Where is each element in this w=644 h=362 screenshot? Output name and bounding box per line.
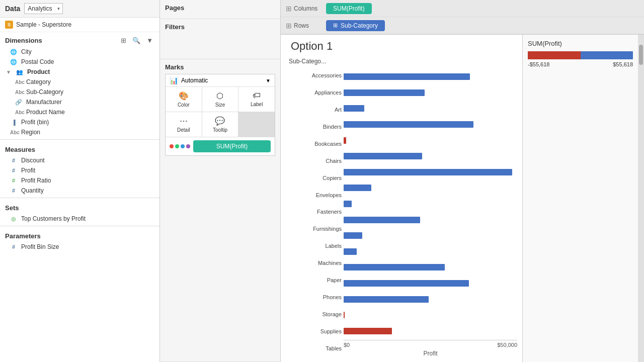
analytics-select[interactable]: Analytics — [24, 3, 63, 14]
bar-row-appliances — [344, 85, 517, 101]
y-label-fasteners: Fasteners — [286, 204, 342, 221]
bar-row-tables — [344, 323, 517, 339]
data-header: Data Analytics — [0, 0, 159, 18]
dim-product-name-label: Product Name — [26, 109, 65, 116]
measure-profit[interactable]: # Profit — [0, 165, 159, 175]
shelf-area: ⊞ Columns SUM(Profit) ⊞ Rows ⊞ Sub-Categ… — [281, 0, 644, 35]
color-dot-red — [170, 144, 174, 148]
dim-manufacturer-label: Manufacturer — [26, 99, 62, 106]
bar-labels — [344, 232, 362, 239]
marks-color-btn[interactable]: 🎨 Color — [166, 87, 202, 112]
legend-neg-value: -$55,618 — [528, 61, 549, 67]
y-label-paper: Paper — [286, 272, 342, 289]
y-label-envelopes: Envelopes — [286, 187, 342, 204]
filters-section: Filters — [160, 19, 280, 59]
bar-row-storage — [344, 291, 517, 307]
dim-sub-category[interactable]: Abc Sub-Category — [0, 87, 159, 97]
y-label-appliances: Appliances — [286, 84, 342, 101]
marks-type-row[interactable]: 📊 Automatic ▼ — [166, 74, 275, 87]
dim-product-group[interactable]: ▼ 👥 Product — [0, 67, 159, 77]
dim-product-name[interactable]: Abc Product Name — [0, 107, 159, 117]
legend-bar-positive — [581, 51, 633, 59]
x-axis-label-0: $0 — [344, 342, 350, 348]
viz-area: Option 1 Sub-Catego... AccessoriesApplia… — [281, 35, 644, 362]
dim-region[interactable]: Abc Region — [0, 127, 159, 137]
sum-profit-pill[interactable]: SUM(Profit) — [193, 140, 271, 152]
bar-fasteners — [344, 201, 352, 207]
dim-category[interactable]: Abc Category — [0, 77, 159, 87]
measure-quantity[interactable]: # Quantity — [0, 186, 159, 196]
bar-appliances — [344, 89, 425, 96]
marks-detail-label: Detail — [177, 127, 190, 133]
tooltip-icon: 💬 — [215, 116, 225, 126]
bar-copiers — [344, 169, 512, 175]
dim-category-label: Category — [26, 78, 51, 85]
data-tab[interactable]: Data — [5, 5, 20, 13]
bar-bookcases — [344, 137, 346, 144]
size-icon: ⬡ — [216, 91, 223, 101]
left-panel: Data Analytics S Sample - Superstore Dim… — [0, 0, 160, 362]
dimensions-grid-icon[interactable]: ⊞ — [119, 36, 128, 45]
dim-profit-bin[interactable]: ▐ Profit (bin) — [0, 117, 159, 127]
parameters-header: Parameters — [0, 228, 159, 242]
marks-label-label: Label — [251, 102, 263, 107]
y-label-copiers: Copiers — [286, 169, 342, 187]
analytics-dropdown-wrapper[interactable]: Analytics — [24, 3, 63, 14]
color-dot-green — [175, 144, 179, 148]
bar-icon-profit-bin: ▐ — [10, 120, 17, 125]
right-area: ⊞ Columns SUM(Profit) ⊞ Rows ⊞ Sub-Categ… — [281, 0, 644, 362]
y-label-tables: Tables — [286, 340, 342, 357]
bar-art — [344, 105, 364, 112]
dim-product-label: Product — [27, 68, 50, 75]
bar-row-accessories — [344, 69, 517, 85]
measure-discount[interactable]: # Discount — [0, 155, 159, 165]
marks-size-label: Size — [215, 102, 225, 108]
measure-profit-ratio-label: Profit Ratio — [21, 177, 51, 184]
set-top-customers-label: Top Customers by Profit — [21, 215, 86, 222]
x-axis-label-1: $50,000 — [497, 342, 517, 348]
dimensions-menu-icon[interactable]: ▼ — [145, 36, 154, 45]
rows-pill[interactable]: ⊞ Sub-Category — [326, 20, 385, 31]
legend-values: -$55,618 $55,618 — [528, 61, 633, 67]
bar-row-labels — [344, 228, 517, 244]
dim-postal-code[interactable]: 🌐 Postal Code — [0, 57, 159, 67]
filters-label: Filters — [165, 23, 275, 31]
y-label-furnishings: Furnishings — [286, 220, 342, 237]
columns-pill[interactable]: SUM(Profit) — [326, 3, 372, 14]
hash-icon-quantity: # — [10, 188, 17, 194]
bar-row-furnishings — [344, 212, 517, 228]
bar-furnishings — [344, 217, 420, 223]
rows-row: ⊞ Rows ⊞ Sub-Category — [281, 17, 644, 34]
bar-row-art — [344, 101, 517, 117]
marks-label-btn[interactable]: 🏷 Label — [238, 87, 275, 112]
data-source-name: Sample - Superstore — [16, 21, 71, 28]
param-profit-bin-size[interactable]: # Profit Bin Size — [0, 242, 159, 252]
set-top-customers[interactable]: ◎ Top Customers by Profit — [0, 214, 159, 224]
marks-color-row: SUM(Profit) — [166, 137, 275, 155]
bar-phones — [344, 280, 469, 287]
y-label-machines: Machines — [286, 254, 342, 272]
marks-tooltip-btn[interactable]: 💬 Tooltip — [202, 112, 238, 137]
marks-color-label: Color — [178, 102, 190, 108]
dim-manufacturer[interactable]: 🔗 Manufacturer — [0, 97, 159, 107]
scrollbar[interactable] — [638, 35, 644, 362]
dim-city[interactable]: 🌐 City — [0, 47, 159, 57]
bar-accessories — [344, 73, 470, 80]
marks-size-btn[interactable]: ⬡ Size — [202, 87, 238, 112]
color-dot-blue — [181, 144, 185, 148]
product-expand-arrow[interactable]: ▼ — [6, 69, 11, 75]
measure-profit-label: Profit — [21, 167, 35, 174]
link-icon-manufacturer: 🔗 — [15, 99, 22, 106]
bar-row-machines — [344, 244, 517, 260]
measure-profit-ratio[interactable]: # Profit Ratio — [0, 175, 159, 186]
bar-chairs — [344, 153, 422, 159]
marks-section: Marks 📊 Automatic ▼ 🎨 Color ⬡ Siz — [160, 59, 280, 362]
parameters-label: Parameters — [5, 232, 41, 240]
dimensions-search-icon[interactable]: 🔍 — [131, 36, 142, 45]
x-axis: $0 $50,000 — [344, 340, 517, 348]
marks-detail-btn[interactable]: ⋯ Detail — [166, 112, 202, 137]
param-profit-bin-size-label: Profit Bin Size — [21, 243, 59, 250]
chart-title: Option 1 — [286, 40, 517, 53]
col-header: Sub-Catego... — [286, 58, 342, 65]
abc-icon-product-name: Abc — [15, 110, 22, 115]
